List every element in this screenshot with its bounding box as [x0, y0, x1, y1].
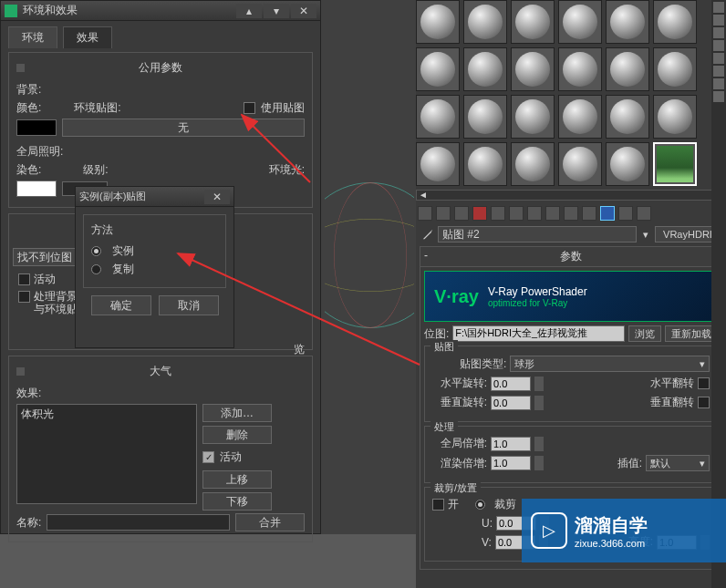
atmosphere-effects-list[interactable]: 体积光	[16, 404, 197, 504]
reload-button[interactable]: 重新加载	[665, 325, 718, 342]
interp-dropdown[interactable]: 默认	[646, 455, 710, 471]
bitmap-path-input[interactable]: F:\国外HDRI大全_佐邦视觉推	[452, 325, 625, 342]
material-slot[interactable]	[558, 142, 602, 186]
instance-dialog-titlebar[interactable]: 实例(副本)贴图 ✕	[76, 187, 233, 207]
material-slot[interactable]	[606, 47, 649, 91]
merge-button[interactable]: 合并	[235, 513, 305, 531]
material-slot[interactable]	[653, 47, 697, 91]
common-parameters-group: 公用参数 背景: 颜色: 环境贴图: 使用贴图 无 全局照明: 染色: 级别: …	[8, 52, 313, 208]
ok-button[interactable]: 确定	[91, 295, 151, 315]
v-rotation-spinner[interactable]: 0.0	[491, 396, 531, 410]
spinner-buttons[interactable]	[534, 456, 544, 470]
spinner-buttons[interactable]	[534, 396, 544, 410]
cancel-button[interactable]: 取消	[159, 295, 219, 315]
move-down-button[interactable]: 下移	[202, 492, 272, 511]
env-map-slot-button[interactable]: 无	[62, 119, 305, 137]
spinner-buttons[interactable]	[534, 437, 544, 451]
minimize-button[interactable]: ▴	[236, 4, 262, 18]
env-dialog-titlebar[interactable]: 环境和效果 ▴ ▾ ✕	[1, 1, 320, 21]
radio-instance[interactable]	[91, 246, 101, 256]
material-slot[interactable]	[463, 47, 507, 91]
material-slot[interactable]	[416, 47, 460, 91]
crop-on-checkbox[interactable]	[432, 499, 444, 511]
assign-icon[interactable]	[454, 206, 469, 221]
material-slot[interactable]	[511, 0, 555, 44]
options-side-icon[interactable]	[713, 78, 724, 89]
use-map-checkbox[interactable]	[244, 102, 255, 114]
material-slot[interactable]	[416, 142, 460, 186]
radio-instance-row[interactable]: 实例	[91, 243, 218, 259]
eyedropper-icon[interactable]	[421, 228, 434, 241]
slots-scrollbar[interactable]	[416, 190, 726, 201]
delete-effect-button[interactable]: 删除	[202, 426, 272, 444]
tint-color-swatch[interactable]	[16, 181, 57, 197]
find-bitmap-button[interactable]: 找不到位图	[13, 248, 77, 266]
instance-close-button[interactable]: ✕	[204, 190, 230, 204]
make-preview-icon[interactable]	[713, 66, 724, 77]
background-color-swatch[interactable]	[16, 119, 57, 136]
put-to-scene-icon[interactable]	[436, 206, 451, 221]
material-slot[interactable]	[606, 95, 649, 139]
material-slot[interactable]	[463, 95, 507, 139]
parameters-title[interactable]: 参数	[420, 247, 721, 267]
process-bg-checkbox[interactable]	[18, 291, 30, 303]
show-map-icon[interactable]	[564, 206, 578, 221]
material-slot[interactable]	[463, 142, 507, 186]
sample-type-icon[interactable]	[713, 2, 724, 13]
material-slot[interactable]	[558, 0, 602, 44]
spinner-buttons[interactable]	[534, 377, 544, 391]
material-slot[interactable]	[606, 0, 649, 44]
reset-icon[interactable]	[472, 206, 487, 221]
options-icon[interactable]	[637, 206, 651, 221]
material-slot[interactable]	[653, 95, 697, 139]
radio-copy-row[interactable]: 复制	[91, 262, 218, 277]
browse-button[interactable]: 浏览	[628, 325, 661, 342]
material-name-field[interactable]: 贴图 #2	[438, 226, 637, 242]
background-icon[interactable]	[713, 27, 724, 38]
put-to-library-icon[interactable]	[527, 206, 542, 221]
tab-effects[interactable]: 效果	[63, 26, 112, 48]
viewport-wireframe	[325, 146, 414, 383]
sample-uv-icon[interactable]	[713, 40, 724, 51]
video-check-icon[interactable]	[713, 53, 724, 64]
show-end-result-icon[interactable]	[582, 206, 596, 221]
material-slot[interactable]	[511, 95, 555, 139]
active-checkbox[interactable]	[202, 451, 214, 463]
material-slot[interactable]	[416, 95, 460, 139]
overall-mult-spinner[interactable]: 1.0	[491, 437, 531, 451]
material-slot[interactable]	[463, 0, 507, 44]
render-mult-spinner[interactable]: 1.0	[491, 456, 531, 470]
tab-environment[interactable]: 环境	[8, 26, 57, 48]
material-slot[interactable]	[653, 0, 697, 44]
name-dropdown-icon[interactable]: ▾	[640, 229, 651, 241]
material-id-icon[interactable]	[545, 206, 560, 221]
h-rotation-spinner[interactable]: 0.0	[491, 377, 531, 391]
active-exposure-checkbox[interactable]	[18, 273, 30, 285]
crop-radio[interactable]	[475, 500, 485, 510]
u-label: U:	[482, 517, 493, 530]
material-slot[interactable]	[606, 142, 649, 186]
backlight-icon[interactable]	[713, 15, 724, 26]
make-copy-icon[interactable]	[491, 206, 505, 221]
material-slot[interactable]	[558, 47, 602, 91]
material-slot[interactable]	[511, 47, 555, 91]
map-type-dropdown[interactable]: 球形	[510, 356, 710, 372]
radio-copy[interactable]	[91, 264, 101, 274]
effect-name-input[interactable]	[47, 514, 230, 531]
select-by-mat-icon[interactable]	[713, 91, 724, 102]
add-effect-button[interactable]: 添加…	[202, 404, 272, 422]
close-button[interactable]: ✕	[291, 4, 316, 18]
v-flip-checkbox[interactable]	[698, 397, 710, 408]
material-slot-selected[interactable]	[653, 142, 697, 186]
go-to-parent-icon[interactable]	[600, 206, 615, 221]
make-unique-icon[interactable]	[509, 206, 524, 221]
material-slot[interactable]	[511, 142, 555, 186]
get-material-icon[interactable]	[418, 206, 432, 221]
list-item[interactable]: 体积光	[21, 407, 192, 422]
h-flip-checkbox[interactable]	[698, 377, 710, 389]
material-slot[interactable]	[558, 95, 602, 139]
go-forward-icon[interactable]	[618, 206, 633, 221]
move-up-button[interactable]: 上移	[202, 470, 272, 489]
material-slot[interactable]	[416, 0, 460, 44]
maximize-button[interactable]: ▾	[264, 4, 289, 18]
